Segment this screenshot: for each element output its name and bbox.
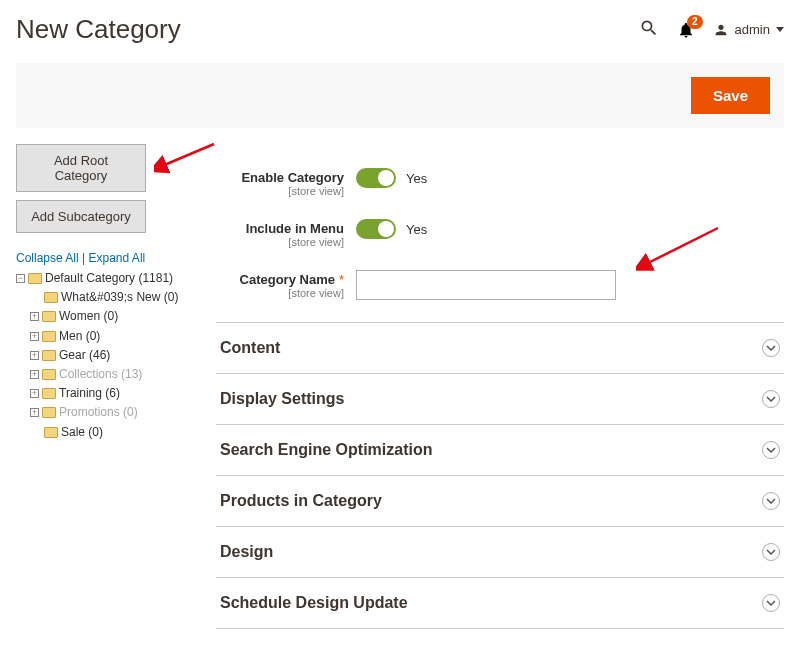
include-in-menu-label: Include in Menu <box>246 221 344 236</box>
tree-label: Women (0) <box>59 307 118 326</box>
scope-label: [store view] <box>216 185 344 197</box>
toggle-value: Yes <box>406 171 427 186</box>
folder-icon <box>28 273 42 284</box>
folder-icon <box>42 369 56 380</box>
folder-icon <box>42 407 56 418</box>
user-icon <box>713 22 729 38</box>
category-tree: − Default Category (1181) What&#039;s Ne… <box>16 269 206 442</box>
tree-toggle-icon[interactable]: + <box>30 312 39 321</box>
folder-icon <box>42 311 56 322</box>
tree-item[interactable]: +Promotions (0) <box>30 403 206 422</box>
tree-toggle-icon[interactable]: − <box>16 274 25 283</box>
tree-item[interactable]: +Gear (46) <box>30 346 206 365</box>
user-label: admin <box>735 22 770 37</box>
accordion-section[interactable]: Content <box>216 323 784 374</box>
caret-down-icon <box>776 27 784 32</box>
tree-label: Promotions (0) <box>59 403 138 422</box>
add-root-category-button[interactable]: Add Root Category <box>16 144 146 192</box>
chevron-down-icon <box>762 543 780 561</box>
folder-icon <box>42 350 56 361</box>
category-name-label: Category Name <box>240 272 335 287</box>
chevron-down-icon <box>762 441 780 459</box>
notifications-icon[interactable]: 2 <box>677 21 695 39</box>
tree-toggle-icon <box>30 293 41 302</box>
tree-label: Men (0) <box>59 327 100 346</box>
folder-icon <box>44 292 58 303</box>
chevron-down-icon <box>762 594 780 612</box>
accordion-title: Products in Category <box>220 492 382 510</box>
accordion-title: Schedule Design Update <box>220 594 408 612</box>
accordion-section[interactable]: Products in Category <box>216 476 784 527</box>
user-menu[interactable]: admin <box>713 22 784 38</box>
folder-icon <box>42 388 56 399</box>
tree-toggle-icon[interactable]: + <box>30 351 39 360</box>
toggle-value: Yes <box>406 222 427 237</box>
required-mark: * <box>339 272 344 287</box>
toolbar: Save <box>16 63 784 128</box>
accordion-section[interactable]: Search Engine Optimization <box>216 425 784 476</box>
tree-toggle-icon[interactable]: + <box>30 389 39 398</box>
include-in-menu-toggle[interactable] <box>356 219 396 239</box>
accordion-section[interactable]: Schedule Design Update <box>216 578 784 629</box>
arrow-annotation-icon <box>154 140 224 180</box>
add-subcategory-button[interactable]: Add Subcategory <box>16 200 146 233</box>
tree-toggle-icon[interactable]: + <box>30 408 39 417</box>
save-button[interactable]: Save <box>691 77 770 114</box>
expand-all-link[interactable]: Expand All <box>89 251 146 265</box>
notifications-badge: 2 <box>687 15 703 29</box>
page-title: New Category <box>16 14 639 45</box>
accordion-title: Design <box>220 543 273 561</box>
tree-label: Sale (0) <box>61 423 103 442</box>
chevron-down-icon <box>762 339 780 357</box>
folder-icon <box>44 427 58 438</box>
chevron-down-icon <box>762 390 780 408</box>
scope-label: [store view] <box>216 287 344 299</box>
accordion-section[interactable]: Display Settings <box>216 374 784 425</box>
tree-item[interactable]: What&#039;s New (0) <box>30 288 206 307</box>
tree-item[interactable]: +Training (6) <box>30 384 206 403</box>
tree-label: Collections (13) <box>59 365 142 384</box>
collapse-all-link[interactable]: Collapse All <box>16 251 79 265</box>
folder-icon <box>42 331 56 342</box>
tree-label: Training (6) <box>59 384 120 403</box>
search-icon[interactable] <box>639 18 659 41</box>
tree-label: Gear (46) <box>59 346 110 365</box>
accordion-section[interactable]: Design <box>216 527 784 578</box>
accordion-title: Content <box>220 339 280 357</box>
tree-item[interactable]: Sale (0) <box>30 423 206 442</box>
tree-item[interactable]: +Women (0) <box>30 307 206 326</box>
enable-category-label: Enable Category <box>241 170 344 185</box>
tree-toggle-icon[interactable]: + <box>30 370 39 379</box>
tree-toggle-icon <box>30 428 41 437</box>
tree-label: Default Category (1181) <box>45 269 173 288</box>
tree-label: What&#039;s New (0) <box>61 288 178 307</box>
tree-item[interactable]: +Men (0) <box>30 327 206 346</box>
accordion-title: Display Settings <box>220 390 344 408</box>
chevron-down-icon <box>762 492 780 510</box>
accordion-title: Search Engine Optimization <box>220 441 432 459</box>
scope-label: [store view] <box>216 236 344 248</box>
enable-category-toggle[interactable] <box>356 168 396 188</box>
tree-root[interactable]: − Default Category (1181) <box>16 269 206 288</box>
tree-item[interactable]: +Collections (13) <box>30 365 206 384</box>
tree-toggle-icon[interactable]: + <box>30 332 39 341</box>
category-name-input[interactable] <box>356 270 616 300</box>
svg-line-0 <box>162 144 214 166</box>
